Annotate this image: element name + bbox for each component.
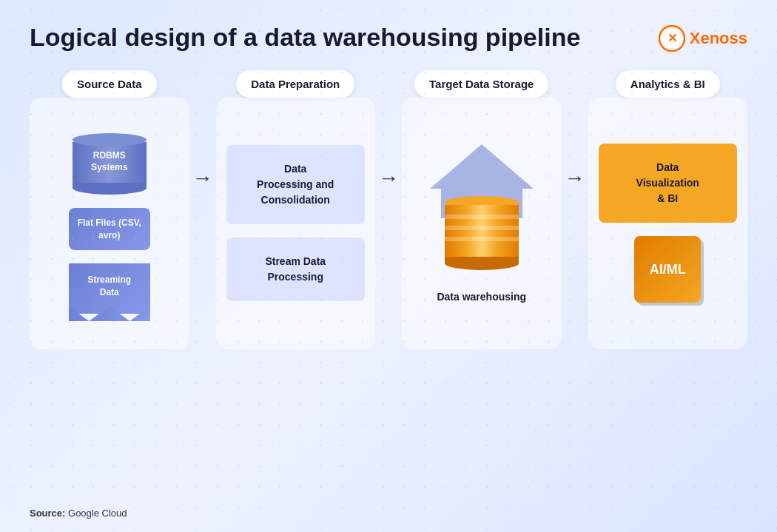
warehouse-icon bbox=[430, 144, 534, 270]
preparation-header-pill: Data Preparation bbox=[236, 70, 354, 98]
flat-files-box: Flat Files (CSV, avro) bbox=[69, 208, 150, 251]
source-header-pill: Source Data bbox=[62, 70, 157, 98]
storage-column: Target Data Storage bbox=[402, 70, 562, 349]
data-visualization-label: DataVisualization& BI bbox=[636, 161, 699, 204]
source-label: Source: bbox=[30, 508, 65, 519]
ai-ml-box: AI/ML bbox=[634, 236, 701, 303]
arrow-2: → bbox=[375, 166, 402, 190]
preparation-box: DataProcessing andConsolidation Stream D… bbox=[216, 98, 376, 349]
house-roof bbox=[430, 144, 534, 189]
arrow-1: → bbox=[189, 166, 216, 190]
preparation-header: Data Preparation bbox=[236, 70, 354, 98]
pipeline-layout: Source Data RDBMSSystems Flat Files (CSV… bbox=[30, 70, 747, 349]
orange-cyl-bottom bbox=[445, 257, 519, 270]
page: Logical design of a data warehousing pip… bbox=[0, 0, 777, 532]
streaming-inner: StreamingData bbox=[69, 263, 150, 314]
stripe-2 bbox=[445, 226, 519, 230]
source-header: Source Data bbox=[62, 70, 157, 98]
source-footer: Source: Google Cloud bbox=[30, 508, 127, 519]
streaming-box: StreamingData bbox=[69, 263, 150, 314]
ai-ml-label: AI/ML bbox=[650, 262, 686, 277]
warehouse-label: Data warehousing bbox=[437, 291, 526, 303]
data-visualization-box: DataVisualization& BI bbox=[599, 144, 738, 223]
source-box: RDBMSSystems Flat Files (CSV, avro) Stre… bbox=[30, 98, 189, 349]
arrow-3: → bbox=[562, 166, 588, 190]
analytics-header: Analytics & BI bbox=[616, 70, 720, 98]
flat-files-label: Flat Files (CSV, avro) bbox=[78, 218, 141, 240]
xenoss-logo-icon: ✕ bbox=[659, 25, 685, 52]
storage-header: Target Data Storage bbox=[414, 70, 548, 98]
analytics-box: DataVisualization& BI AI/ML bbox=[588, 98, 748, 349]
analytics-column: Analytics & BI DataVisualization& BI AI/… bbox=[588, 70, 748, 349]
stream-processing-label: Stream DataProcessing bbox=[265, 255, 326, 283]
source-value: Google Cloud bbox=[68, 508, 127, 519]
data-processing-label: DataProcessing andConsolidation bbox=[257, 163, 334, 206]
page-title: Logical design of a data warehousing pip… bbox=[30, 22, 580, 53]
stripe-3 bbox=[445, 237, 519, 241]
logo: ✕ Xenoss bbox=[659, 25, 747, 52]
orange-cylinder bbox=[445, 196, 519, 270]
source-column: Source Data RDBMSSystems Flat Files (CSV… bbox=[30, 70, 189, 349]
preparation-column: Data Preparation DataProcessing andConso… bbox=[216, 70, 376, 349]
streaming-label: StreamingData bbox=[87, 275, 131, 297]
cyl-bottom bbox=[73, 181, 147, 195]
storage-header-pill: Target Data Storage bbox=[414, 70, 548, 98]
storage-box: Data warehousing bbox=[402, 98, 562, 349]
orange-cyl-body bbox=[445, 205, 519, 257]
stream-processing-box: Stream DataProcessing bbox=[226, 238, 366, 301]
cyl-top bbox=[73, 133, 147, 147]
rdbms-cylinder: RDBMSSystems bbox=[73, 133, 147, 195]
analytics-header-pill: Analytics & BI bbox=[616, 70, 720, 98]
rdbms-label: RDBMSSystems bbox=[91, 151, 127, 174]
stripe-1 bbox=[445, 215, 519, 219]
data-processing-box: DataProcessing andConsolidation bbox=[226, 145, 366, 224]
logo-text: Xenoss bbox=[690, 29, 747, 48]
header: Logical design of a data warehousing pip… bbox=[30, 22, 747, 53]
cyl-body: RDBMSSystems bbox=[73, 142, 147, 183]
svg-text:✕: ✕ bbox=[667, 32, 676, 44]
